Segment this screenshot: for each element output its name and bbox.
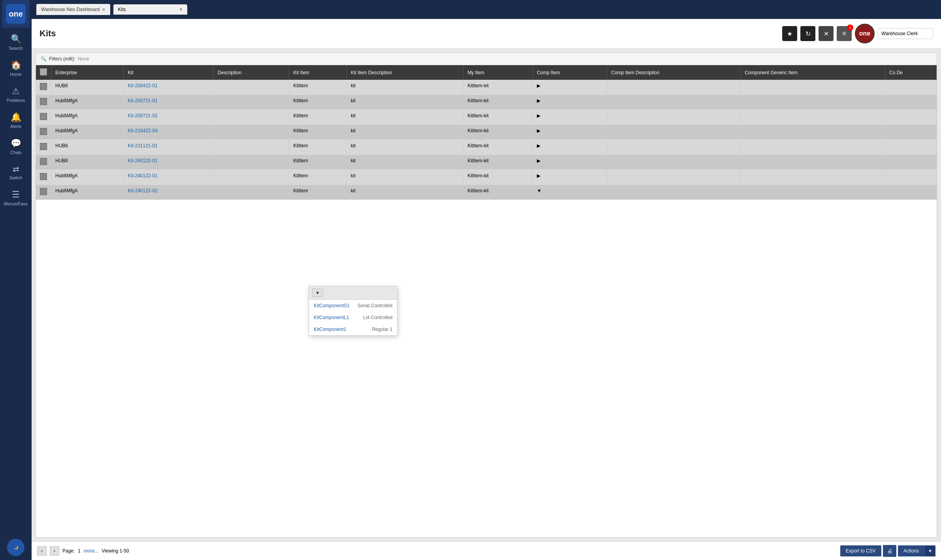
kits-tab-close-icon[interactable]: × <box>180 7 183 12</box>
row-checkbox[interactable] <box>40 188 47 195</box>
kit-link[interactable]: Kit-210422-04 <box>128 128 157 133</box>
table-row: Hub6MfgA Kit-210422-04 KitItem kit KitIt… <box>36 125 937 140</box>
sidebar-item-chats[interactable]: 💬 Chats <box>0 133 32 160</box>
row-checkbox[interactable] <box>40 173 47 180</box>
filters-value: None <box>78 56 89 62</box>
row-comp-item[interactable]: ▶ <box>533 95 607 110</box>
dropdown-expand-btn[interactable]: ▼ <box>312 289 323 297</box>
avatar-text: one <box>859 30 870 37</box>
table-scroll[interactable]: Enterprise Kit Description Kit Item Kit … <box>36 65 937 537</box>
row-checkbox-cell <box>36 110 51 125</box>
actions-button[interactable]: Actions <box>898 545 924 556</box>
row-comp-generic <box>740 140 885 155</box>
row-comp-item[interactable]: ▶ <box>533 140 607 155</box>
row-kit[interactable]: Kit-200422-01 <box>124 80 214 95</box>
row-checkbox[interactable] <box>40 143 47 150</box>
sidebar-item-label: Alerts <box>10 124 21 129</box>
prev-page-button[interactable]: ‹ <box>37 546 47 556</box>
sidebar-item-label: Home <box>10 72 21 77</box>
user-avatar-sidebar[interactable]: 🌙 <box>7 539 24 556</box>
comp-item-type: Lot Controlled <box>363 315 393 320</box>
kit-link[interactable]: Kit-200422-01 <box>128 83 157 88</box>
row-kit[interactable]: Kit-240122-01 <box>124 170 214 185</box>
kit-link[interactable]: Kit-231121-01 <box>128 143 157 148</box>
sidebar-item-label: Menus/Favs <box>4 201 28 206</box>
tab-kits[interactable]: × <box>113 4 187 15</box>
sidebar-item-alerts[interactable]: 🔔 Alerts <box>0 107 32 133</box>
tab-close-icon[interactable]: × <box>102 6 105 13</box>
row-kit[interactable]: Kit-200721-02 <box>124 110 214 125</box>
row-comp-item[interactable]: ▶ <box>533 155 607 170</box>
sidebar-item-menus[interactable]: ☰ Menus/Favs <box>0 185 32 211</box>
row-kit[interactable]: Kit-200721-01 <box>124 95 214 110</box>
row-kit-item: KitItem <box>289 170 347 185</box>
sidebar-item-search[interactable]: 🔍 Search <box>0 29 32 55</box>
row-kit[interactable]: Kit-210422-04 <box>124 125 214 140</box>
star-button[interactable]: ★ <box>782 26 797 41</box>
row-my-item: KitItem-kit <box>463 155 533 170</box>
select-all-checkbox[interactable] <box>40 68 47 75</box>
kit-link[interactable]: Kit-200721-02 <box>128 113 157 118</box>
row-my-item: KitItem-kit <box>463 125 533 140</box>
menus-icon: ☰ <box>12 190 20 200</box>
row-comp-item[interactable]: ▶ <box>533 80 607 95</box>
sidebar-item-home[interactable]: 🏠 Home <box>0 55 32 81</box>
row-comp-item[interactable]: ▼ <box>533 185 607 200</box>
kit-link[interactable]: Kit-200721-01 <box>128 98 157 103</box>
row-comp-item-desc <box>607 185 741 200</box>
print-button[interactable]: 🖨 <box>883 545 896 557</box>
dropdown-item-kitcomponents1[interactable]: KitComponentS1 Serial Controlled <box>309 300 397 312</box>
row-enterprise: Hub6MfgA <box>51 170 124 185</box>
refresh-button[interactable]: ↻ <box>800 26 815 41</box>
row-checkbox[interactable] <box>40 113 47 120</box>
viewing-label: Viewing 1-50 <box>102 548 129 554</box>
more-label[interactable]: more... <box>84 548 98 554</box>
row-checkbox[interactable] <box>40 128 47 135</box>
sidebar-item-label: Switch <box>9 175 22 180</box>
row-comp-item-desc <box>607 140 741 155</box>
row-checkbox[interactable] <box>40 98 47 105</box>
row-comp-item[interactable]: ▶ <box>533 170 607 185</box>
footer-actions: Export to CSV 🖨 Actions ▼ <box>840 545 935 557</box>
row-kit[interactable]: Kit-240122-02 <box>124 185 214 200</box>
actions-dropdown-button[interactable]: ▼ <box>924 545 935 556</box>
col-description: Description <box>214 65 289 80</box>
close-button[interactable]: ✕ <box>819 26 834 41</box>
col-co-de: Co De <box>885 65 937 80</box>
kit-link[interactable]: Kit-240122-02 <box>128 188 157 194</box>
row-kit-item-desc: kit <box>347 110 463 125</box>
user-role-select[interactable]: Warehouse Clerk Manager Admin <box>878 28 933 39</box>
row-comp-item-desc <box>607 155 741 170</box>
next-page-button[interactable]: › <box>50 546 59 556</box>
row-kit[interactable]: Kit-240122-01 <box>124 155 214 170</box>
dropdown-item-kitcomponentl1[interactable]: KitComponentL1 Lot Controlled <box>309 312 397 323</box>
row-enterprise: HUB6 <box>51 155 124 170</box>
row-enterprise: Hub6MfgA <box>51 185 124 200</box>
row-my-item: KitItem-kit <box>463 95 533 110</box>
row-my-item: KitItem-kit <box>463 110 533 125</box>
row-comp-item[interactable]: ▶ <box>533 110 607 125</box>
kits-table: Enterprise Kit Description Kit Item Kit … <box>36 65 937 200</box>
row-kit-item-desc: kit <box>347 140 463 155</box>
search-icon: 🔍 <box>11 34 21 44</box>
col-checkbox <box>36 65 51 80</box>
row-comp-generic <box>740 185 885 200</box>
sidebar-item-problems[interactable]: ⚠ Problems <box>0 81 32 107</box>
row-description <box>214 95 289 110</box>
kit-link[interactable]: Kit-240122-01 <box>128 173 157 179</box>
dropdown-item-kitcomponent1[interactable]: KitComponent1 Regular 1 <box>309 323 397 335</box>
hamburger-button[interactable]: ≡ 1 <box>837 26 852 41</box>
row-kit[interactable]: Kit-231121-01 <box>124 140 214 155</box>
kits-search-input[interactable] <box>118 7 177 12</box>
row-checkbox-cell <box>36 125 51 140</box>
row-comp-item[interactable]: ▶ <box>533 125 607 140</box>
tab-warehouse-neo[interactable]: Warehouse Neo Dashboard × <box>36 4 110 15</box>
kit-link[interactable]: Kit-240122-01 <box>128 158 157 163</box>
row-checkbox[interactable] <box>40 158 47 165</box>
row-comp-item-desc <box>607 125 741 140</box>
table-row: HUB6 Kit-231121-01 KitItem kit KitItem-k… <box>36 140 937 155</box>
export-csv-button[interactable]: Export to CSV <box>840 545 881 556</box>
sidebar-item-switch[interactable]: ⇄ Switch <box>0 160 32 185</box>
filters-label: Filters (edit): <box>49 56 75 62</box>
row-checkbox[interactable] <box>40 83 47 90</box>
